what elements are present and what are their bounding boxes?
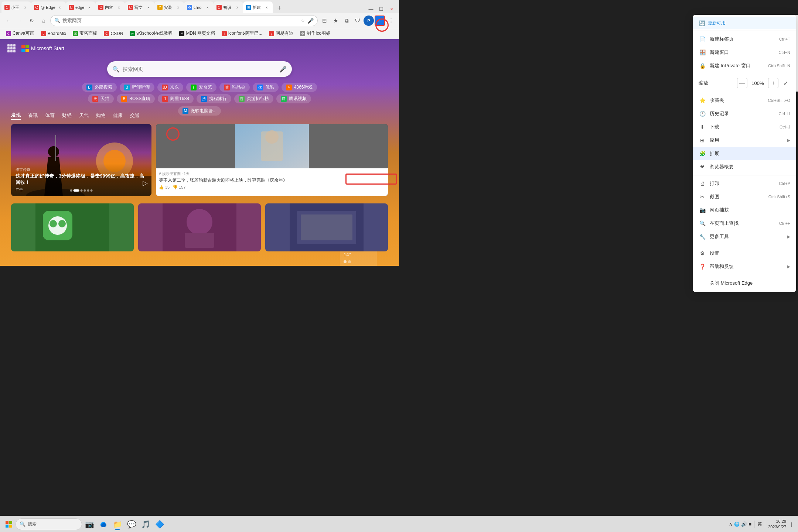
bottom-card-2[interactable] [138,203,261,251]
link-favicon: B [121,96,127,102]
like-button[interactable]: 👍 35 [159,185,170,190]
quick-link-tencent[interactable]: 腾 腾讯视频 [276,94,311,103]
quick-link-ctrip[interactable]: 携 携程旅行 [197,94,231,103]
link-favicon: JD [162,85,168,90]
quick-link-tmall[interactable]: 天 天猫 [88,94,114,103]
tab-close[interactable]: × [175,4,181,10]
quick-link-4366[interactable]: 4 4366游戏 [282,83,317,92]
tab-install[interactable]: Y 安装 × [154,1,184,13]
side-news-card[interactable]: A 娱乐没有圈 · 1天 等不来第二季，张若昀新古装大剧即将上映，阵容完胜《庆余… [156,124,388,196]
tab-title: 内容 [105,5,115,10]
microphone-icon[interactable]: 🎤 [279,66,287,73]
bookmark-label: iconfont-阿里巴... [228,30,262,37]
tab-close[interactable]: × [22,4,28,10]
nav-shopping[interactable]: 购物 [96,111,106,120]
tab-content[interactable]: C 内容 × [95,1,125,13]
sidebar-button[interactable]: ⋮ [386,16,396,26]
nav-sports[interactable]: 体育 [45,111,55,120]
bookmark-boardmix[interactable]: b BoardMix [38,30,69,37]
bottom-news-row [11,203,388,251]
ms-logo-green [25,45,29,48]
profile-button[interactable]: P [364,16,374,26]
tab-小王[interactable]: C 小王 × [1,1,31,13]
grid-dot [7,44,10,47]
quick-link-bingso[interactable]: B 必应搜索 [82,83,117,92]
link-favicon: 腾 [281,96,287,102]
tab-close[interactable]: × [57,4,63,10]
address-input[interactable] [62,18,299,23]
home-button[interactable]: ⌂ [38,16,49,26]
microphone-icon[interactable]: 🎤 [307,18,314,24]
side-card-title: 等不来第二季，张若昀新古装大剧即将上映，阵容完胜《庆余年》 [159,178,385,183]
link-label: 哔哩哔哩 [132,84,150,90]
tab-edge[interactable]: C @ Edge × [31,1,66,13]
dislike-button[interactable]: 👎 157 [173,185,185,190]
quick-link-bilibili[interactable]: B 哔哩哔哩 [120,83,154,92]
browser-essentials-button[interactable]: 🛡 [352,16,363,26]
bookmark-ico[interactable]: ⚙ 制作Ico图标 [297,30,333,37]
minimize-button[interactable]: — [366,4,375,13]
favorites-button[interactable]: ★ [330,16,341,26]
tab-favicon: C [98,5,103,10]
tab-close[interactable]: × [86,4,92,10]
close-button[interactable]: × [387,4,396,13]
settings-menu-button[interactable]: ··· [375,16,385,26]
nav-health[interactable]: 健康 [113,111,123,120]
nav-traffic[interactable]: 交通 [130,111,140,120]
tab-close[interactable]: × [146,4,151,10]
main-news-card[interactable]: 维京传奇 这才真正的好传奇，3分钟爆终极，暴击9999亿，高攻速，高回收！ 广告… [11,124,151,196]
quick-link-ms-pc[interactable]: M 微软电脑管... [178,106,221,116]
address-bar[interactable]: 🔍 ☆ 🎤 [50,15,318,26]
tab-close[interactable]: × [264,4,270,10]
nav-weather[interactable]: 天气 [79,111,89,120]
bookmark-canva[interactable]: C Canva可画 [3,30,37,37]
bookmark-baota[interactable]: 宝 宝塔面板 [70,30,100,37]
forward-button[interactable]: → [15,16,25,26]
dot [84,189,86,192]
tab-close[interactable]: × [116,4,122,10]
link-favicon: M [183,108,188,114]
nt-search-bar[interactable]: 🔍 🎤 [107,61,292,77]
quick-link-webgame[interactable]: 游 页游排行榜 [234,94,273,103]
tab-write[interactable]: C 写文 × [125,1,154,13]
quick-link-boss[interactable]: B BOSS直聘 [117,94,155,103]
tab-intro[interactable]: C 初识 × [214,1,243,13]
bookmark-w3school[interactable]: w w3school在线教程 [127,30,175,37]
apps-grid-icon[interactable] [6,43,17,54]
bookmark-youdao[interactable]: y 网易有道 [266,30,296,37]
collections-button[interactable]: ⧉ [341,16,352,26]
refresh-button[interactable]: ↻ [27,16,37,26]
quick-link-iqiyi[interactable]: i 爱奇艺 [186,83,216,92]
tab-close[interactable]: × [205,4,211,10]
bookmark-favicon: ⚙ [300,31,305,36]
quick-link-vip[interactable]: 唯 唯品会 [219,83,250,92]
bookmark-mdn[interactable]: M MDN 网页文档 [176,30,218,37]
nav-finance[interactable]: 财经 [62,111,72,120]
grid-dot [10,47,13,49]
tab-edge2[interactable]: C edge × [66,1,95,13]
bookmark-favicon: C [104,31,109,36]
bookmark-favicon: b [41,31,46,36]
nav-news[interactable]: 资讯 [28,111,38,120]
browser-window: C 小王 × C @ Edge × C edge × C 内容 × C 写文 ×… [0,0,399,266]
new-tab-button[interactable]: + [274,3,284,13]
bookmark-iconfont[interactable]: i iconfont-阿里巴... [219,30,265,37]
maximize-button[interactable]: ☐ [377,4,386,13]
bookmark-star-icon[interactable]: ☆ [301,18,305,23]
split-screen-button[interactable]: ⊟ [319,16,330,26]
nt-search-input[interactable] [123,66,276,72]
tab-newtab[interactable]: ⊞ 新建 × [243,1,273,13]
quick-link-youku[interactable]: 优 优酷 [253,83,279,92]
play-button[interactable]: ▷ [143,179,148,187]
nav-discover[interactable]: 发现 [11,111,21,120]
back-button[interactable]: ← [3,16,13,26]
tab-close[interactable]: × [234,4,240,10]
bottom-card-1[interactable] [11,203,134,251]
quick-link-1688[interactable]: 1 阿里1688 [158,94,194,103]
tab-chrome[interactable]: ⚙ chro × [184,1,214,13]
grid-dot [7,50,10,52]
bookmark-csdn[interactable]: C CSDN [101,30,126,37]
toolbar-right: ⊟ ★ ⧉ 🛡 P ··· ⋮ [319,16,396,26]
bottom-card-3[interactable] [265,203,388,251]
quick-link-jd[interactable]: JD 京东 [157,83,183,92]
